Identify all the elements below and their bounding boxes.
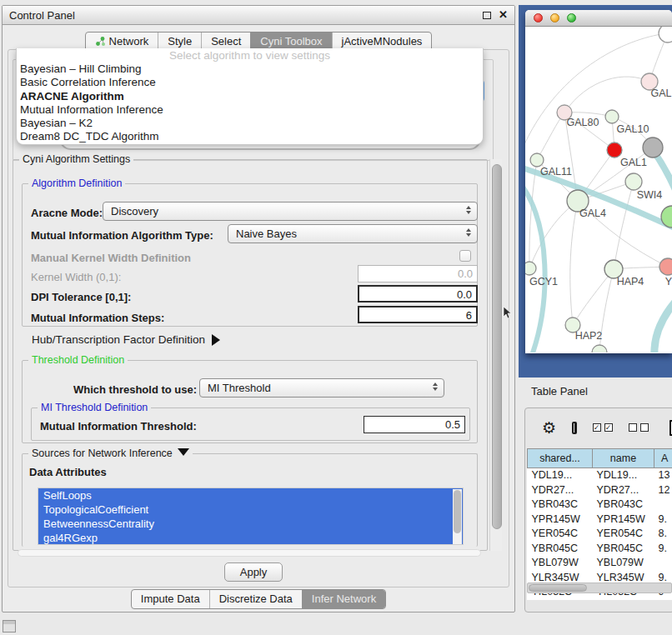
table-cell[interactable]: YPR145W: [528, 512, 593, 528]
minimize-traffic-light-icon[interactable]: [550, 13, 559, 22]
tab-impute-data[interactable]: Impute Data: [132, 590, 209, 608]
table-cell[interactable]: YBR043C: [593, 498, 654, 512]
network-node[interactable]: [625, 173, 642, 190]
network-node[interactable]: [525, 262, 536, 275]
table-row[interactable]: YDL19...YDL19...13: [528, 468, 672, 483]
mi-steps-label: Mutual Information Steps:: [31, 312, 164, 324]
manual-kernel-width-checkbox[interactable]: [459, 250, 471, 262]
split-panel-icon[interactable]: [572, 422, 577, 434]
expand-right-icon[interactable]: [212, 334, 220, 346]
tab-label: Impute Data: [141, 592, 200, 605]
network-window-titlebar: [525, 10, 672, 27]
float-panel-icon[interactable]: [483, 12, 491, 19]
which-threshold-select[interactable]: MI Threshold: [199, 378, 444, 398]
mi-algorithm-type-value: Naive Bayes: [236, 228, 297, 240]
dpi-tolerance-field[interactable]: 0.0: [358, 285, 478, 302]
deselect-all-columns-icon[interactable]: [629, 423, 649, 432]
algorithm-option-basic-correlation-inference[interactable]: Basic Correlation Inference: [17, 76, 483, 89]
table-cell[interactable]: YER054C: [593, 527, 654, 542]
mi-steps-field[interactable]: 6: [358, 306, 478, 323]
mi-algorithm-type-select[interactable]: Naive Bayes: [228, 224, 478, 243]
zoom-traffic-light-icon[interactable]: [567, 13, 576, 22]
algorithm-option-aracne-algorithm[interactable]: ARACNE Algorithm: [17, 90, 483, 103]
combo-arrows-icon: [466, 228, 471, 237]
column-header-name[interactable]: name: [593, 449, 654, 468]
file-icon[interactable]: [669, 420, 672, 436]
gear-icon[interactable]: ⚙: [542, 420, 556, 436]
table-row[interactable]: YPR145WYPR145W9.: [528, 512, 672, 528]
table-cell[interactable]: YDL19...: [528, 468, 593, 483]
apply-button[interactable]: Apply: [224, 562, 283, 582]
list-scrollbar[interactable]: [453, 489, 462, 544]
table-row[interactable]: YDR27...YDR27...12: [528, 483, 672, 498]
table-cell[interactable]: YBR043C: [528, 498, 593, 512]
aracne-mode-select[interactable]: Discovery: [103, 202, 478, 221]
network-node[interactable]: [530, 153, 544, 167]
attribute-item-selfloops[interactable]: SelfLoops: [38, 488, 463, 502]
algorithm-option-bayesian-k2[interactable]: Bayesian – K2: [17, 117, 483, 130]
tab-label: Style: [168, 35, 192, 48]
table-cell[interactable]: YPR145W: [593, 512, 654, 528]
node-label-gal: GAL: [650, 88, 671, 99]
table-cell[interactable]: [654, 498, 672, 512]
tab-infer-network[interactable]: Infer Network: [302, 590, 385, 608]
hub-definition-toggle[interactable]: Hub/Transcription Factor Definition: [32, 333, 220, 346]
tab-discretize-data[interactable]: Discretize Data: [209, 590, 302, 608]
mi-threshold-field[interactable]: 0.5: [364, 416, 465, 433]
table-row[interactable]: YBR045CYBR045C9.: [528, 542, 672, 557]
collapsed-panel-icon[interactable]: [3, 620, 16, 632]
table-cell[interactable]: 12: [654, 483, 672, 498]
table-cell[interactable]: 13: [654, 468, 672, 483]
table-cell[interactable]: YBR045C: [528, 542, 593, 557]
settings-horizontal-scrollbar[interactable]: [18, 549, 481, 557]
table-cell[interactable]: 9.: [654, 542, 672, 557]
table-cell[interactable]: 8.: [654, 527, 672, 542]
aracne-mode-value: Discovery: [111, 205, 158, 218]
network-node[interactable]: [605, 110, 619, 123]
sources-group-title: Sources for Network Inference: [28, 448, 193, 459]
table-cell[interactable]: YBR045C: [593, 542, 654, 557]
node-label-gal80: GAL80: [567, 117, 599, 128]
kernel-width-field[interactable]: 0.0: [358, 265, 478, 282]
table-cell[interactable]: YBL079W: [593, 556, 654, 571]
attribute-item-topologicalcoefficient[interactable]: TopologicalCoefficient: [38, 502, 463, 517]
algorithm-option-mutual-information-inference[interactable]: Mutual Information Inference: [17, 103, 483, 117]
table-cell[interactable]: YDL19...: [593, 468, 654, 483]
network-node[interactable]: [659, 258, 672, 275]
table-cell[interactable]: [654, 556, 672, 571]
column-header-a[interactable]: A: [654, 449, 672, 468]
node-label-y: Y: [665, 276, 672, 288]
node-label-gal1: GAL1: [620, 157, 647, 168]
tab-label: Cyni Toolbox: [260, 35, 322, 48]
network-node[interactable]: [592, 345, 607, 352]
table-cell[interactable]: YER054C: [528, 527, 593, 542]
close-icon[interactable]: ✕: [499, 11, 508, 19]
settings-vertical-scrollbar[interactable]: [489, 159, 502, 551]
table-cell[interactable]: YDR27...: [528, 483, 593, 498]
table-cell[interactable]: YBL079W: [528, 556, 593, 571]
tab-label: Infer Network: [312, 592, 376, 605]
network-node[interactable]: [607, 142, 622, 158]
table-row[interactable]: YER054CYER054C8.: [528, 527, 672, 542]
close-traffic-light-icon[interactable]: [534, 13, 543, 22]
table-horizontal-scrollbar[interactable]: [527, 582, 672, 593]
table-row[interactable]: YBL079WYBL079W: [528, 556, 672, 571]
network-view-window: GALGAL80GAL10GAL1GAL11SWI4GAL4GCY1HAP4YH…: [525, 10, 672, 353]
tab-label: Network: [109, 35, 149, 48]
column-header-shared[interactable]: shared...: [528, 449, 593, 468]
attribute-item-betweennesscentrality[interactable]: BetweennessCentrality: [38, 517, 463, 531]
table-cell[interactable]: 9.: [654, 512, 672, 528]
threshold-definition-group: Threshold Definition Which threshold to …: [22, 360, 478, 443]
network-node[interactable]: [659, 27, 672, 42]
network-node[interactable]: [643, 138, 663, 158]
collapse-down-icon[interactable]: [178, 448, 189, 456]
network-canvas[interactable]: GALGAL80GAL10GAL1GAL11SWI4GAL4GCY1HAP4YH…: [525, 27, 672, 352]
table-row[interactable]: YBR043CYBR043C: [528, 498, 672, 512]
algorithm-option-dream8-dc-tdc-algorithm[interactable]: Dream8 DC_TDC Algorithm: [17, 130, 483, 143]
kernel-width-label: Kernel Width (0,1):: [31, 271, 121, 283]
mi-threshold-group: MI Threshold Definition Mutual Informati…: [31, 408, 470, 441]
attribute-item-gal4rgexp[interactable]: gal4RGexp: [38, 531, 463, 545]
table-cell[interactable]: YDR27...: [593, 483, 654, 498]
select-all-columns-icon[interactable]: ✓✓: [593, 423, 613, 432]
algorithm-option-bayesian-hill-climbing[interactable]: Bayesian – Hill Climbing: [17, 62, 483, 76]
